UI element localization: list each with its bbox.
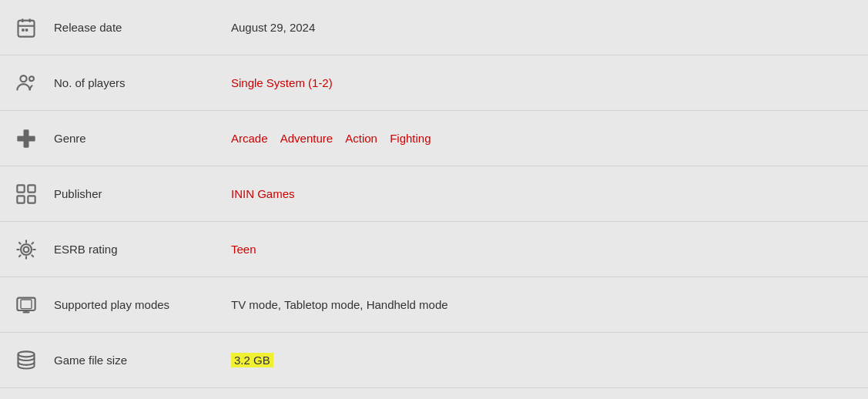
calendar-icon bbox=[15, 17, 37, 39]
value-no-of-players: Single System (1-2) bbox=[231, 76, 853, 89]
info-panel: Release date August 29, 2024 No. of play… bbox=[0, 0, 868, 399]
label-file-size: Game file size bbox=[54, 354, 231, 367]
label-publisher: Publisher bbox=[54, 187, 231, 200]
svg-rect-10 bbox=[17, 185, 24, 192]
icon-publisher bbox=[15, 183, 54, 205]
svg-point-15 bbox=[21, 244, 32, 255]
svg-rect-9 bbox=[17, 136, 35, 141]
row-file-size: Game file size 3.2 GB bbox=[0, 333, 868, 388]
gear-icon bbox=[15, 239, 37, 260]
value-release-date: August 29, 2024 bbox=[231, 21, 853, 34]
svg-rect-5 bbox=[25, 28, 28, 31]
label-no-of-players: No. of players bbox=[54, 76, 231, 89]
svg-rect-17 bbox=[21, 300, 32, 309]
svg-rect-4 bbox=[22, 28, 25, 31]
link-fighting[interactable]: Fighting bbox=[390, 132, 431, 145]
svg-rect-11 bbox=[28, 185, 35, 192]
database-icon bbox=[15, 350, 37, 371]
value-esrb-rating: Teen bbox=[231, 243, 853, 256]
svg-rect-13 bbox=[28, 196, 35, 203]
icon-esrb-rating bbox=[15, 239, 54, 260]
row-publisher: Publisher ININ Games bbox=[0, 166, 868, 222]
label-genre: Genre bbox=[54, 132, 231, 145]
row-play-modes: Supported play modes TV mode, Tabletop m… bbox=[0, 277, 868, 333]
row-release-date: Release date August 29, 2024 bbox=[0, 0, 868, 55]
svg-rect-0 bbox=[18, 20, 35, 36]
grid-icon bbox=[15, 183, 37, 205]
svg-point-20 bbox=[18, 351, 35, 357]
plus-icon bbox=[15, 128, 37, 149]
label-release-date: Release date bbox=[54, 21, 231, 34]
label-esrb-rating: ESRB rating bbox=[54, 243, 231, 256]
row-no-of-players: No. of players Single System (1-2) bbox=[0, 55, 868, 111]
person-icon bbox=[15, 72, 37, 94]
icon-release-date bbox=[15, 17, 54, 39]
row-genre: Genre Arcade Adventure Action Fighting bbox=[0, 111, 868, 166]
screen-icon bbox=[15, 294, 37, 316]
icon-play-modes bbox=[15, 294, 54, 316]
link-single-system[interactable]: Single System (1-2) bbox=[231, 76, 333, 89]
icon-no-of-players bbox=[15, 72, 54, 94]
link-teen[interactable]: Teen bbox=[231, 243, 256, 256]
svg-rect-12 bbox=[17, 196, 24, 203]
file-size-highlight: 3.2 GB bbox=[231, 353, 273, 367]
row-languages: Supported languages English, French, Ger… bbox=[0, 388, 868, 399]
value-publisher: ININ Games bbox=[231, 187, 853, 200]
value-play-modes: TV mode, Tabletop mode, Handheld mode bbox=[231, 298, 853, 311]
link-inin-games[interactable]: ININ Games bbox=[231, 187, 295, 200]
svg-point-7 bbox=[29, 76, 34, 81]
link-action[interactable]: Action bbox=[345, 132, 377, 145]
link-adventure[interactable]: Adventure bbox=[280, 132, 333, 145]
icon-genre bbox=[15, 128, 54, 149]
value-file-size: 3.2 GB bbox=[231, 354, 853, 367]
link-arcade[interactable]: Arcade bbox=[231, 132, 268, 145]
icon-file-size bbox=[15, 350, 54, 371]
label-play-modes: Supported play modes bbox=[54, 298, 231, 311]
svg-point-14 bbox=[24, 246, 29, 252]
row-esrb-rating: ESRB rating Teen bbox=[0, 222, 868, 277]
value-genre: Arcade Adventure Action Fighting bbox=[231, 132, 853, 145]
svg-point-6 bbox=[20, 75, 26, 82]
